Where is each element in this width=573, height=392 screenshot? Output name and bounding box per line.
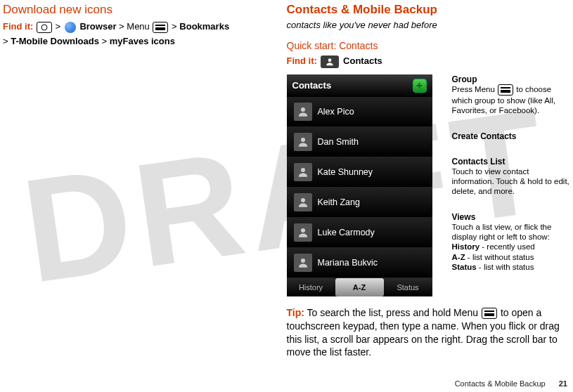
- contact-row[interactable]: Alex Pico: [287, 97, 432, 127]
- contact-row[interactable]: Luke Carmody: [287, 218, 432, 248]
- callout-views: Views Touch a list view, or flick the di…: [452, 212, 571, 273]
- svg-point-1: [301, 107, 305, 112]
- callout-body: Touch a list view, or flick the display …: [452, 222, 571, 242]
- contact-row[interactable]: Kate Shunney: [287, 157, 432, 188]
- label: Status: [452, 263, 477, 271]
- views-az: A-Z - list without status: [452, 252, 571, 262]
- phone-screenshot: Contacts + Alex Pico Dan Smith Kate Shun…: [287, 74, 432, 296]
- views-status: Status - list with status: [452, 262, 571, 272]
- contact-row[interactable]: Mariana Bukvic: [287, 248, 432, 278]
- phone-header-title: Contacts: [292, 80, 332, 91]
- right-findit-line: Find it: Contacts: [287, 54, 571, 69]
- menu-icon: [153, 22, 168, 33]
- text: - list without status: [465, 253, 534, 261]
- left-column: Download new icons Find it: > Browser > …: [3, 3, 287, 359]
- findit-label: Find it:: [3, 21, 33, 32]
- callout-group: Group Press Menu to choose which group t…: [452, 74, 571, 116]
- path-myfaves: myFaves icons: [110, 36, 175, 46]
- page-number: 21: [559, 379, 567, 388]
- menu-icon: [482, 308, 497, 319]
- text: - list with status: [477, 263, 534, 271]
- callout-list: Contacts List Touch to view contact info…: [452, 157, 571, 197]
- findit-label: Find it:: [287, 55, 317, 66]
- svg-point-2: [301, 138, 305, 142]
- label: A-Z: [452, 253, 465, 261]
- avatar: [294, 133, 312, 151]
- phone-and-callouts: Contacts + Alex Pico Dan Smith Kate Shun…: [287, 74, 571, 296]
- left-section-title: Download new icons: [3, 3, 273, 17]
- menu-icon: [498, 84, 513, 96]
- sep: >: [172, 21, 177, 32]
- callout-title: Create Contacts: [452, 131, 571, 141]
- avatar: [294, 254, 312, 272]
- right-section-title: Contacts & Mobile Backup: [287, 3, 571, 17]
- callout-body: Press Menu to choose which group to show…: [452, 84, 571, 116]
- callout-create: Create Contacts: [452, 131, 571, 141]
- globe-icon: [65, 22, 76, 33]
- add-contact-button[interactable]: +: [413, 79, 427, 93]
- phone-header: Contacts +: [287, 74, 432, 97]
- callout-title: Views: [452, 212, 571, 222]
- tab-history[interactable]: History: [287, 278, 335, 296]
- contact-row[interactable]: Dan Smith: [287, 127, 432, 157]
- path-menu: Menu: [127, 21, 150, 32]
- avatar: [294, 223, 312, 242]
- callouts-column: Group Press Menu to choose which group t…: [452, 74, 571, 296]
- contact-name: Luke Carmody: [318, 228, 375, 237]
- tab-status[interactable]: Status: [384, 278, 432, 296]
- path-bookmarks: Bookmarks: [179, 21, 229, 32]
- callout-text: Press Menu: [452, 85, 498, 93]
- quickstart-heading: Quick start: Contacts: [287, 40, 571, 51]
- camera-icon: [37, 22, 52, 33]
- footer-section: Contacts & Mobile Backup: [455, 379, 546, 388]
- tip-label: Tip:: [287, 307, 304, 318]
- tab-az[interactable]: A-Z: [335, 278, 384, 296]
- svg-point-0: [328, 58, 332, 62]
- sep: >: [119, 21, 124, 32]
- callout-body: Touch to view contact information. Touch…: [452, 166, 571, 197]
- svg-point-6: [301, 259, 305, 263]
- svg-point-4: [301, 198, 305, 202]
- right-column: Contacts & Mobile Backup contacts like y…: [287, 3, 571, 359]
- contacts-app-icon: [321, 55, 339, 68]
- label: History: [452, 242, 480, 251]
- contact-name: Alex Pico: [318, 107, 354, 117]
- svg-point-3: [301, 168, 305, 172]
- left-findit-line: Find it: > Browser > Menu > Bookmarks > …: [3, 20, 273, 49]
- page-container: Download new icons Find it: > Browser > …: [0, 0, 573, 359]
- sep: >: [3, 36, 8, 46]
- svg-point-5: [301, 228, 305, 233]
- avatar: [294, 163, 312, 181]
- tip-paragraph: Tip: To search the list, press and hold …: [287, 306, 571, 360]
- contact-row[interactable]: Keith Zang: [287, 188, 432, 218]
- views-history: History - recently used: [452, 242, 571, 251]
- tip-text-a: To search the list, press and hold Menu: [304, 307, 481, 318]
- phone-tabs: History A-Z Status: [287, 278, 432, 296]
- contact-name: Keith Zang: [318, 197, 360, 207]
- contact-name: Kate Shunney: [318, 167, 373, 177]
- avatar: [294, 193, 312, 211]
- avatar: [294, 103, 312, 121]
- right-subtitle: contacts like you've never had before: [287, 20, 571, 30]
- sep: >: [56, 21, 61, 32]
- callout-title: Group: [452, 74, 571, 84]
- path-tmobile: T-Mobile Downloads: [11, 36, 99, 46]
- page-footer: Contacts & Mobile Backup 21: [455, 379, 567, 388]
- sep: >: [102, 36, 108, 46]
- contact-name: Dan Smith: [318, 137, 359, 147]
- path-browser: Browser: [79, 21, 116, 32]
- callout-title: Contacts List: [452, 157, 571, 166]
- findit-target: Contacts: [343, 55, 382, 66]
- text: - recently used: [479, 242, 535, 251]
- contact-name: Mariana Bukvic: [318, 258, 378, 268]
